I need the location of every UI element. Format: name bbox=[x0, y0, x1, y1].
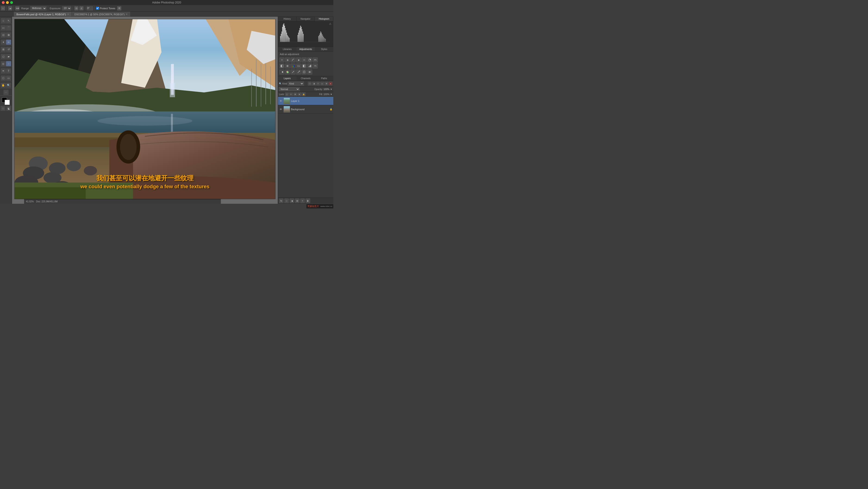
adj-pen2[interactable] bbox=[296, 69, 301, 74]
adj-vibrance[interactable]: Vi bbox=[302, 57, 307, 62]
tab-bowenfalls[interactable]: BowenFalls.psd @ 41% (Layer 1, RGB/16*) … bbox=[14, 12, 71, 17]
lasso-tool[interactable]: ⌒ bbox=[6, 25, 11, 30]
adj-hue-sat[interactable] bbox=[307, 57, 312, 62]
extra-tool-icon[interactable]: ⚙ bbox=[117, 6, 121, 10]
opacity-chevron[interactable]: ▼ bbox=[330, 88, 332, 91]
tab-histogram[interactable]: Histogram bbox=[315, 17, 333, 21]
tab-channels[interactable]: Channels bbox=[297, 76, 315, 81]
lock-transparent-btn[interactable]: ◻ bbox=[285, 92, 289, 96]
lock-all-btn[interactable]: 🔒 bbox=[302, 92, 306, 96]
hand-tool[interactable]: ✋ bbox=[1, 83, 6, 88]
brush-options-icon[interactable] bbox=[15, 6, 20, 10]
home-tool[interactable]: ⌂ bbox=[1, 18, 6, 23]
filter-type-select[interactable]: Kind bbox=[288, 82, 304, 86]
protect-tones-checkbox[interactable] bbox=[96, 7, 99, 10]
exposure-select[interactable]: 15% bbox=[62, 6, 71, 10]
adj-pen1[interactable] bbox=[290, 69, 296, 74]
layer-mask-button[interactable]: □ bbox=[284, 198, 289, 203]
history-brush-tool[interactable]: ↺ bbox=[6, 47, 11, 52]
angle-input[interactable] bbox=[87, 6, 93, 10]
minimize-button[interactable] bbox=[6, 1, 9, 4]
filter-text-icon[interactable]: T bbox=[316, 82, 320, 86]
filter-smart-icon[interactable]: ⚙ bbox=[324, 82, 328, 86]
filter-toggle-icon[interactable]: ● bbox=[329, 82, 332, 86]
blur-tool[interactable]: ◎ bbox=[1, 61, 6, 66]
text-tool[interactable]: T bbox=[6, 68, 11, 73]
move-tool[interactable]: ↖ bbox=[6, 18, 11, 23]
filter-shape-icon[interactable]: ▭ bbox=[320, 82, 324, 86]
tab-layers[interactable]: Layers bbox=[278, 76, 297, 81]
lock-artboard-btn[interactable]: ⊞ bbox=[293, 92, 297, 96]
eyedropper-tool[interactable]: ✿ bbox=[6, 32, 11, 37]
tab-dsc[interactable]: DSC00074-1 @ 50% (DSC00074, RGB/16*) ✕ bbox=[72, 12, 130, 17]
tab-close-dsc[interactable]: ✕ bbox=[126, 13, 128, 16]
adj-selective-color[interactable] bbox=[285, 69, 290, 74]
range-select[interactable]: Midtones Shadows Highlights bbox=[30, 6, 46, 10]
rect-select-tool[interactable]: ▭ bbox=[1, 25, 6, 30]
extra-tool-1[interactable]: ⋯ bbox=[3, 90, 8, 95]
fill-chevron[interactable]: ▼ bbox=[330, 93, 332, 96]
window-controls[interactable] bbox=[2, 1, 13, 4]
layer-item-layer1[interactable]: 👁 Layer 1 bbox=[278, 97, 333, 105]
crop-tool[interactable]: ⊡ bbox=[1, 32, 6, 37]
adj-channel-mixer[interactable] bbox=[290, 63, 296, 68]
background-visibility-icon[interactable]: 👁 bbox=[279, 108, 283, 111]
pen-tool[interactable]: ✒ bbox=[1, 68, 6, 73]
adj-threshold[interactable]: Th bbox=[313, 63, 318, 68]
tab-navigator[interactable]: Navigator bbox=[297, 17, 315, 21]
filter-pixel-icon[interactable]: ⬡ bbox=[308, 82, 312, 86]
layer-new-button[interactable]: + bbox=[300, 198, 305, 203]
tab-adjustments[interactable]: Adjustments bbox=[297, 47, 315, 52]
tab-history[interactable]: History bbox=[278, 17, 297, 21]
spot-heal-tool[interactable]: ✦ bbox=[1, 39, 6, 45]
adj-levels[interactable]: ◑ bbox=[285, 57, 290, 62]
clone-stamp-tool[interactable]: ⊞ bbox=[1, 47, 6, 52]
layer-adj-button[interactable]: ◑ bbox=[289, 198, 294, 203]
brush-tool[interactable]: ✏ bbox=[6, 39, 11, 45]
home-icon[interactable]: ⌂ bbox=[1, 6, 5, 10]
background-color[interactable] bbox=[5, 100, 10, 105]
layer-delete-button[interactable]: 🗑 bbox=[306, 198, 310, 203]
quick-mask-mode[interactable]: ⬕ bbox=[6, 106, 11, 111]
adj-clip[interactable] bbox=[302, 69, 307, 74]
lock-image-btn[interactable]: ✏ bbox=[289, 92, 293, 96]
eraser-tool[interactable]: ◻ bbox=[1, 54, 6, 59]
gradient-tool[interactable]: ▰ bbox=[6, 54, 11, 59]
dodge-tool[interactable]: ○ bbox=[6, 61, 11, 66]
layer-fx-button[interactable]: fx bbox=[279, 198, 283, 203]
protect-tones-label[interactable]: Protect Tones bbox=[96, 7, 115, 10]
path-select-tool[interactable]: ⬡ bbox=[1, 75, 6, 81]
adj-gradient-map[interactable] bbox=[279, 69, 284, 74]
adj-curves[interactable] bbox=[290, 57, 296, 62]
zoom-tool[interactable]: 🔍 bbox=[6, 83, 11, 88]
tab-paths[interactable]: Paths bbox=[315, 76, 333, 81]
angle-icon[interactable]: ∠ bbox=[80, 6, 84, 10]
adj-posterize[interactable] bbox=[307, 63, 312, 68]
adj-brightness[interactable]: ☀ bbox=[279, 57, 284, 62]
adj-visibility[interactable] bbox=[307, 69, 312, 74]
tab-close-bowenfalls[interactable]: ✕ bbox=[67, 13, 69, 16]
adj-color-balance[interactable]: Ph bbox=[313, 57, 318, 62]
shape-tool[interactable]: ▭ bbox=[6, 75, 11, 81]
color-swatches[interactable] bbox=[2, 97, 10, 105]
adj-exposure[interactable]: ◆ bbox=[296, 57, 301, 62]
maximize-button[interactable] bbox=[10, 1, 13, 4]
layer-item-background[interactable]: 👁 Background 🔒 bbox=[278, 105, 333, 114]
layer1-visibility-icon[interactable]: 👁 bbox=[279, 99, 283, 103]
adj-color-lookup[interactable]: Co bbox=[296, 63, 301, 68]
tab-libraries[interactable]: Libraries bbox=[278, 47, 297, 52]
adj-photo-filter[interactable] bbox=[285, 63, 290, 68]
histogram-warning-icon[interactable]: ⚠ bbox=[329, 22, 332, 26]
airbrush-icon[interactable]: ◎ bbox=[74, 6, 79, 10]
adj-invert[interactable] bbox=[302, 63, 307, 68]
layer-group-button[interactable]: ⊞ bbox=[295, 198, 300, 203]
close-button[interactable] bbox=[2, 1, 5, 4]
lock-position-btn[interactable]: ⊕ bbox=[298, 92, 301, 96]
filter-adj-icon[interactable]: ◑ bbox=[312, 82, 316, 86]
canvas-area[interactable]: 我们甚至可以潜在地避开一些纹理 we could even potentiall… bbox=[12, 17, 278, 204]
create-icon[interactable]: ☁ bbox=[8, 6, 12, 10]
standard-mode[interactable]: □ bbox=[0, 106, 5, 111]
blend-mode-select[interactable]: Normal Multiply Screen Overlay bbox=[279, 87, 300, 91]
tab-styles[interactable]: Styles bbox=[315, 47, 333, 52]
adj-black-white[interactable] bbox=[279, 63, 284, 68]
